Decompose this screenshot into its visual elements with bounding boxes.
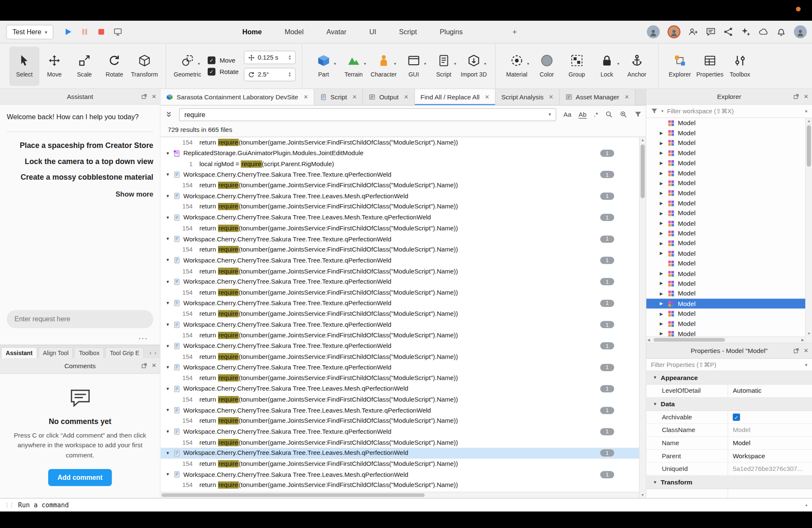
tabstrip-scroll-arrows[interactable]: ‹› (149, 350, 159, 358)
stop-button[interactable] (97, 27, 106, 36)
expand-arrow-icon[interactable]: ▶ (660, 161, 667, 166)
collapse-arrow-icon[interactable]: ▼ (166, 472, 173, 477)
explorer-item-model[interactable]: ▶ Model (646, 309, 805, 319)
filter-results-icon[interactable] (634, 111, 642, 118)
checkbox-checked-icon[interactable]: ✓ (208, 68, 215, 75)
result-code-row[interactable]: 154 return require(tonumber(game.JointsS… (161, 244, 639, 255)
explorer-item-model[interactable]: ▶ Model (646, 279, 805, 289)
move-snap-stepper[interactable]: 0.125 s ▲▼ (244, 51, 296, 64)
insert-terrain-button[interactable]: ▾ Terrain (339, 47, 369, 86)
assistant-input[interactable]: Enter request here (7, 310, 154, 328)
close-icon[interactable]: ✕ (303, 94, 308, 101)
menu-tab-model[interactable]: Model (285, 28, 304, 36)
collaborator-avatar[interactable] (647, 25, 660, 38)
test-mode-dropdown[interactable]: Test Here ▾ (6, 25, 54, 39)
popout-icon[interactable] (793, 348, 799, 353)
expand-arrow-icon[interactable]: ▶ (660, 221, 667, 226)
result-code-row[interactable]: 154 return require(tonumber(game.JointsS… (161, 394, 639, 405)
device-emulation-button[interactable] (113, 27, 122, 36)
expand-arrow-icon[interactable]: ▶ (660, 181, 667, 186)
collapse-arrow-icon[interactable]: ▼ (166, 172, 173, 177)
explorer-item-model[interactable]: ▶ Model (646, 329, 805, 336)
collapse-arrow-icon[interactable]: ▼ (166, 194, 173, 198)
collapse-all-icon[interactable] (166, 111, 172, 118)
assistant-suggestion[interactable]: Place a spaceship from Creator Store (7, 141, 154, 151)
rotate-snap-stepper[interactable]: 2.5° ▲▼ (244, 68, 296, 81)
document-tab-find-all-replace-all[interactable]: Find All / Replace All ✕ (415, 89, 496, 105)
add-collaborator-icon[interactable] (688, 27, 698, 37)
property-value-name[interactable]: Model (728, 437, 812, 449)
view-toolbox-button[interactable]: Toolbox (725, 47, 755, 86)
geometric-snap-button[interactable]: ▾ Geometric (173, 47, 203, 86)
edit-lock-button[interactable]: ▾ Lock (592, 47, 622, 86)
chevron-down-icon[interactable]: ▾ (805, 502, 808, 507)
explorer-item-model[interactable]: ▶ Model (646, 208, 805, 219)
share-icon[interactable] (724, 27, 733, 37)
scrollbar-thumb[interactable] (641, 145, 645, 198)
result-file-row[interactable]: ▼ Workspace.Cherry.CherryTree.Sakura Tre… (161, 298, 639, 308)
result-code-row[interactable]: 154 return require(tonumber(game.JointsS… (161, 309, 639, 319)
stepper-arrows-icon[interactable]: ▲▼ (288, 71, 291, 78)
scrollbar-thumb[interactable] (162, 493, 425, 497)
close-icon[interactable]: ✕ (804, 93, 808, 100)
result-file-row[interactable]: ▼ Workspace.Cherry.CherryTree.Sakura Tre… (161, 169, 639, 180)
explorer-filter-input[interactable]: ▾ Filter workspace (⇧⌘X) ▾ (646, 104, 812, 118)
vertical-scrollbar[interactable]: ▲ ▼ (805, 118, 812, 342)
menu-tab-ui[interactable]: UI (369, 28, 376, 36)
scroll-down-icon[interactable]: ▼ (639, 493, 646, 497)
dock-tab-tool-grip-e[interactable]: Tool Grip E (105, 347, 144, 358)
tool-transform-button[interactable]: Transform (129, 47, 159, 86)
assistant-suggestion[interactable]: Create a mossy cobblestone material (7, 172, 154, 183)
popout-icon[interactable] (141, 363, 147, 368)
horizontal-scrollbar[interactable]: ◀ ▶ (646, 336, 805, 343)
dropdown-caret-icon[interactable]: ▾ (364, 62, 366, 67)
menu-tab-script[interactable]: Script (399, 28, 417, 36)
find-search-input[interactable]: require ▾ (179, 108, 556, 121)
assistant-overflow-menu[interactable]: ... (7, 328, 154, 340)
close-icon[interactable]: ✕ (404, 94, 409, 101)
dropdown-caret-icon[interactable]: ▾ (394, 62, 396, 67)
expand-arrow-icon[interactable]: ▶ (660, 191, 667, 196)
chevron-down-icon[interactable]: ▾ (805, 109, 807, 114)
explorer-item-model[interactable]: Model (646, 118, 805, 128)
collapse-arrow-icon[interactable]: ▼ (166, 408, 173, 413)
snap-move-toggle[interactable]: ✓ Move (208, 56, 239, 64)
result-file-row[interactable]: ▼ ReplicatedStorage.GuiAnimatorPlugin.Mo… (161, 148, 639, 159)
command-bar[interactable]: ⋮⋮ Run a command ▾ (0, 498, 812, 512)
profile-avatar[interactable] (794, 25, 807, 38)
result-file-row[interactable]: ▼ Workspace.Cherry.CherryTree.Sakura Tre… (161, 362, 639, 372)
view-explorer-button[interactable]: Explorer (665, 47, 695, 86)
result-code-row[interactable]: 154 return require(tonumber(game.JointsS… (161, 351, 639, 362)
result-code-row[interactable]: 154 return require(tonumber(game.JointsS… (161, 416, 639, 426)
result-code-row[interactable]: 154 return require(tonumber(game.JointsS… (161, 201, 639, 212)
filter-funnel-icon[interactable] (651, 108, 658, 115)
property-value-classname[interactable]: Model (728, 424, 812, 436)
expand-arrow-icon[interactable]: ▶ (660, 211, 667, 216)
chevron-down-icon[interactable]: ▾ (549, 112, 551, 117)
expand-arrow-icon[interactable]: ▶ (660, 321, 667, 326)
result-file-row[interactable]: ▼ Workspace.Cherry.CherryTree.Sakura Tre… (161, 469, 639, 480)
property-row-levelofdetail[interactable]: LevelOfDetail Automatic (646, 385, 812, 398)
feedback-icon[interactable] (706, 27, 716, 37)
property-section-transform[interactable]: ▼Transform (646, 476, 812, 489)
explorer-item-model[interactable]: ▶ Model (646, 299, 805, 309)
property-section-appearance[interactable]: ▼Appearance (646, 371, 812, 385)
collapse-arrow-icon[interactable]: ▼ (166, 279, 173, 284)
result-file-row[interactable]: ▼ Workspace.Cherry.CherryTree.Sakura Tre… (161, 383, 639, 394)
scroll-left-icon[interactable]: ◀ (647, 338, 650, 342)
collapse-arrow-icon[interactable]: ▼ (166, 365, 173, 370)
document-tab-output[interactable]: Output ✕ (363, 89, 415, 105)
result-file-row[interactable]: ▼ Workspace.Cherry.CherryTree.Sakura Tre… (161, 191, 639, 201)
checkbox-checked-icon[interactable]: ✓ (208, 56, 215, 64)
tool-rotate-button[interactable]: Rotate (99, 47, 129, 86)
insert-gui-button[interactable]: ▾ GUI (399, 47, 429, 86)
expand-arrow-icon[interactable]: ▶ (660, 301, 667, 306)
chevron-down-icon[interactable]: ▾ (805, 362, 807, 367)
menu-tab-plugins[interactable]: Plugins (440, 28, 463, 36)
expand-arrow-icon[interactable]: ▶ (660, 331, 667, 336)
add-comment-button[interactable]: Add comment (48, 469, 112, 486)
result-code-row[interactable]: 154 return require(tonumber(game.JointsS… (161, 180, 639, 191)
expand-arrow-icon[interactable]: ▶ (660, 231, 667, 236)
result-code-row[interactable]: 154 return require(tonumber(game.JointsS… (161, 480, 639, 490)
collapse-arrow-icon[interactable]: ▼ (166, 237, 173, 241)
